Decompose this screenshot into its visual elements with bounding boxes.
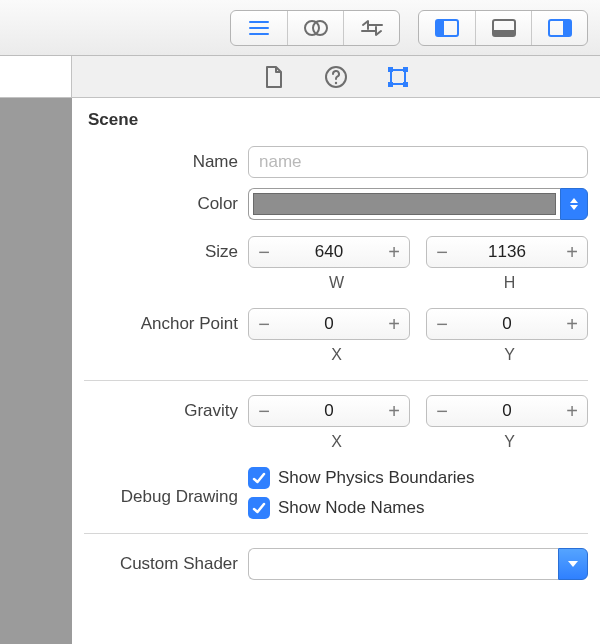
section-title: Scene (88, 110, 588, 130)
size-label: Size (84, 242, 248, 262)
panel-right-icon[interactable] (531, 11, 587, 45)
physics-boundaries-label: Show Physics Boundaries (278, 468, 475, 488)
editor-assistant-icon[interactable] (287, 11, 343, 45)
size-height-stepper[interactable]: − 1136 + (426, 236, 588, 268)
anchor-y-sublabel: Y (431, 346, 588, 364)
physics-boundaries-checkbox[interactable] (248, 467, 270, 489)
minus-icon[interactable]: − (249, 237, 279, 267)
color-stepper-icon[interactable] (560, 188, 588, 220)
gravity-x-stepper[interactable]: − 0 + (248, 395, 410, 427)
jump-bar-region (0, 56, 72, 97)
gravity-x-value[interactable]: 0 (279, 396, 379, 426)
color-swatch (253, 193, 556, 215)
svg-rect-12 (563, 20, 571, 36)
gravity-y-stepper[interactable]: − 0 + (426, 395, 588, 427)
debug-label: Debug Drawing (84, 487, 248, 507)
svg-rect-8 (436, 20, 444, 36)
node-names-checkbox[interactable] (248, 497, 270, 519)
gravity-y-sublabel: Y (431, 433, 588, 451)
anchor-x-sublabel: X (258, 346, 415, 364)
file-inspector-icon[interactable] (261, 64, 287, 90)
anchor-x-value[interactable]: 0 (279, 309, 379, 339)
color-well[interactable] (248, 188, 560, 220)
inspector-panel: Scene Name Color Size − (72, 98, 600, 644)
plus-icon[interactable]: + (557, 309, 587, 339)
gravity-y-value[interactable]: 0 (457, 396, 557, 426)
anchor-label: Anchor Point (84, 314, 248, 334)
name-input[interactable] (248, 146, 588, 178)
shader-value[interactable] (248, 548, 558, 580)
size-width-stepper[interactable]: − 640 + (248, 236, 410, 268)
inspector-tabs (0, 56, 600, 98)
shader-combobox[interactable] (248, 548, 588, 580)
editor-standard-icon[interactable] (231, 11, 287, 45)
gravity-label: Gravity (84, 401, 248, 421)
size-width-value[interactable]: 640 (279, 237, 379, 267)
anchor-x-stepper[interactable]: − 0 + (248, 308, 410, 340)
node-inspector-icon[interactable] (385, 64, 411, 90)
editor-sidebar (0, 98, 72, 644)
shader-label: Custom Shader (84, 554, 248, 574)
editor-mode-segmented (230, 10, 400, 46)
svg-rect-18 (388, 82, 393, 87)
panel-visibility-segmented (418, 10, 588, 46)
gravity-x-sublabel: X (258, 433, 415, 451)
svg-rect-15 (391, 70, 405, 84)
minus-icon[interactable]: − (427, 396, 457, 426)
plus-icon[interactable]: + (379, 309, 409, 339)
size-height-value[interactable]: 1136 (457, 237, 557, 267)
svg-rect-19 (403, 82, 408, 87)
divider (84, 533, 588, 534)
main-toolbar (0, 0, 600, 56)
plus-icon[interactable]: + (379, 396, 409, 426)
panel-bottom-icon[interactable] (475, 11, 531, 45)
minus-icon[interactable]: − (249, 396, 279, 426)
plus-icon[interactable]: + (557, 237, 587, 267)
minus-icon[interactable]: − (249, 309, 279, 339)
svg-rect-17 (403, 67, 408, 72)
minus-icon[interactable]: − (427, 237, 457, 267)
plus-icon[interactable]: + (557, 396, 587, 426)
svg-rect-16 (388, 67, 393, 72)
help-inspector-icon[interactable] (323, 64, 349, 90)
name-label: Name (84, 152, 248, 172)
minus-icon[interactable]: − (427, 309, 457, 339)
divider (84, 380, 588, 381)
node-names-label: Show Node Names (278, 498, 424, 518)
chevron-down-icon[interactable] (558, 548, 588, 580)
size-height-sublabel: H (431, 274, 588, 292)
svg-rect-10 (493, 30, 515, 36)
panel-left-icon[interactable] (419, 11, 475, 45)
size-width-sublabel: W (258, 274, 415, 292)
editor-version-icon[interactable] (343, 11, 399, 45)
anchor-y-value[interactable]: 0 (457, 309, 557, 339)
color-label: Color (84, 194, 248, 214)
svg-point-14 (335, 81, 337, 83)
anchor-y-stepper[interactable]: − 0 + (426, 308, 588, 340)
plus-icon[interactable]: + (379, 237, 409, 267)
